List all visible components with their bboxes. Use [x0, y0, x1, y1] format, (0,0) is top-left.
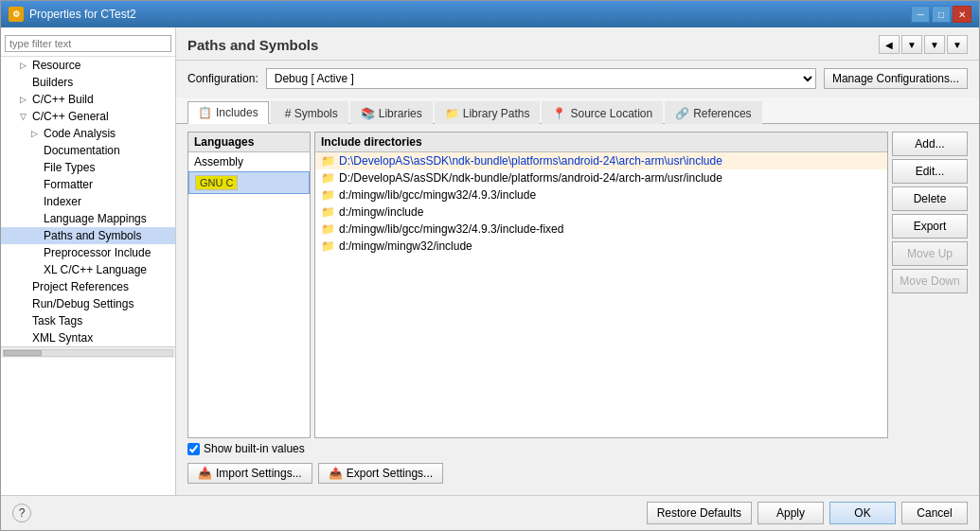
include-path-item[interactable]: 📁d:/mingw/lib/gcc/mingw32/4.9.3/include-…: [315, 221, 887, 238]
include-path-item[interactable]: 📁D:\DevelopAS\asSDK\ndk-bundle\platforms…: [315, 152, 887, 169]
add-button[interactable]: Add...: [892, 132, 968, 156]
tab-label: Includes: [216, 106, 258, 119]
main-header: Paths and Symbols ◀ ▼ ▼ ▼: [176, 27, 979, 61]
tab-references[interactable]: 🔗References: [665, 101, 761, 124]
edit-button[interactable]: Edit...: [892, 159, 968, 184]
sidebar-item-label: Paths and Symbols: [44, 229, 141, 242]
tab-icon: 📁: [445, 107, 459, 120]
move-up-button[interactable]: Move Up: [892, 241, 968, 266]
sidebar-item-label: Task Tags: [32, 314, 82, 327]
sidebar-item-builders[interactable]: Builders: [1, 74, 175, 91]
folder-icon: 📁: [321, 239, 335, 253]
move-down-button[interactable]: Move Down: [892, 269, 968, 293]
minimize-button[interactable]: ─: [911, 6, 930, 23]
sidebar-item-label: Formatter: [44, 178, 93, 191]
sidebar: ▷ResourceBuilders▷C/C++ Build▽C/C++ Gene…: [1, 27, 176, 495]
tree-container: ▷ResourceBuilders▷C/C++ Build▽C/C++ Gene…: [1, 57, 175, 346]
restore-defaults-button[interactable]: Restore Defaults: [647, 502, 752, 524]
forward-button[interactable]: ▼: [901, 35, 922, 54]
title-controls: ─ □ ✕: [911, 6, 971, 23]
include-path: d:/mingw/include: [339, 205, 423, 219]
footer-left: ?: [12, 504, 31, 522]
folder-icon: 📁: [321, 171, 335, 185]
folder-icon: 📁: [321, 205, 335, 219]
sidebar-item-c/c++-build[interactable]: ▷C/C++ Build: [1, 91, 175, 108]
sidebar-item-preprocessor-include[interactable]: Preprocessor Include: [1, 244, 175, 261]
sidebar-item-file-types[interactable]: File Types: [1, 159, 175, 176]
close-button[interactable]: ✕: [953, 6, 971, 23]
tab-library-paths[interactable]: 📁Library Paths: [435, 101, 541, 124]
back-button[interactable]: ◀: [879, 35, 900, 54]
apply-button[interactable]: Apply: [757, 502, 824, 524]
language-item-gnu-c[interactable]: GNU C: [188, 171, 310, 194]
maximize-button[interactable]: □: [932, 6, 951, 23]
tab--symbols[interactable]: # Symbols: [271, 101, 348, 124]
ok-button[interactable]: OK: [829, 502, 896, 524]
sidebar-item-label: Indexer: [44, 195, 81, 208]
language-item-assembly[interactable]: Assembly: [188, 152, 310, 171]
panels-row: Languages AssemblyGNU C Include director…: [187, 132, 968, 438]
sidebar-item-paths-and-symbols[interactable]: Paths and Symbols: [1, 227, 175, 244]
export-icon: 📤: [329, 467, 343, 480]
tab-includes[interactable]: 📋Includes: [187, 101, 269, 124]
sidebar-item-xml-syntax[interactable]: XML Syntax: [1, 329, 175, 346]
scrollbar-thumb: [4, 350, 42, 356]
import-settings-button[interactable]: 📥 Import Settings...: [187, 463, 312, 484]
include-path-item[interactable]: 📁d:/mingw/lib/gcc/mingw32/4.9.3/include: [315, 186, 887, 204]
title-bar-left: ⚙ Properties for CTest2: [9, 7, 136, 22]
header-toolbar: ◀ ▼ ▼ ▼: [879, 35, 968, 54]
include-path-item[interactable]: 📁d:/mingw/include: [315, 204, 887, 221]
include-path-item[interactable]: 📁d:/mingw/mingw32/include: [315, 238, 887, 255]
export-button[interactable]: Export: [892, 214, 968, 239]
tab-label: Library Paths: [463, 107, 530, 120]
delete-button[interactable]: Delete: [892, 186, 968, 211]
main-content: Paths and Symbols ◀ ▼ ▼ ▼ Configuration:…: [176, 27, 979, 495]
dialog-icon: ⚙: [9, 7, 24, 22]
export-settings-button[interactable]: 📤 Export Settings...: [318, 463, 443, 484]
sidebar-item-code-analysis[interactable]: ▷Code Analysis: [1, 125, 175, 142]
include-path-item[interactable]: 📁D:/DevelopAS/asSDK/ndk-bundle/platforms…: [315, 169, 887, 186]
expand-icon: ▽: [20, 112, 29, 121]
sidebar-item-language-mappings[interactable]: Language Mappings: [1, 210, 175, 227]
sidebar-item-label: Resource: [32, 59, 80, 72]
config-label: Configuration:: [187, 72, 258, 85]
sidebar-item-label: Code Analysis: [44, 127, 116, 140]
properties-dialog: ⚙ Properties for CTest2 ─ □ ✕ ▷ResourceB…: [0, 0, 980, 531]
sidebar-item-label: C/C++ Build: [32, 93, 94, 106]
menu-button[interactable]: ▼: [924, 35, 945, 54]
include-path: d:/mingw/lib/gcc/mingw32/4.9.3/include-f…: [339, 222, 563, 236]
cancel-button[interactable]: Cancel: [901, 502, 968, 524]
sidebar-item-xl-c/c++-language[interactable]: XL C/C++ Language: [1, 261, 175, 278]
import-export-row: 📥 Import Settings... 📤 Export Settings..…: [187, 459, 968, 487]
sidebar-item-c/c++-general[interactable]: ▽C/C++ General: [1, 108, 175, 125]
filter-input[interactable]: [5, 35, 171, 52]
sidebar-item-indexer[interactable]: Indexer: [1, 193, 175, 210]
sidebar-item-task-tags[interactable]: Task Tags: [1, 312, 175, 329]
page-title: Paths and Symbols: [187, 37, 318, 53]
filter-box: [1, 31, 175, 57]
sidebar-item-formatter[interactable]: Formatter: [1, 176, 175, 193]
export-label: Export Settings...: [347, 467, 433, 480]
help-icon[interactable]: ?: [12, 504, 31, 522]
show-builtin-checkbox[interactable]: [187, 443, 200, 455]
sidebar-item-label: Project References: [32, 280, 129, 293]
tab-label: Libraries: [379, 107, 422, 120]
folder-icon: 📁: [321, 154, 335, 168]
title-bar: ⚙ Properties for CTest2 ─ □ ✕: [1, 1, 979, 27]
sidebar-item-resource[interactable]: ▷Resource: [1, 57, 175, 74]
more-button[interactable]: ▼: [947, 35, 968, 54]
sidebar-item-label: File Types: [44, 161, 95, 174]
tab-source-location[interactable]: 📍Source Location: [542, 101, 663, 124]
content-area: Languages AssemblyGNU C Include director…: [176, 124, 979, 495]
tabs-row: 📋Includes# Symbols📚Libraries📁Library Pat…: [176, 97, 979, 124]
sidebar-item-label: XML Syntax: [32, 331, 93, 345]
config-row: Configuration: Debug [ Active ] Manage C…: [176, 61, 979, 97]
config-select[interactable]: Debug [ Active ]: [266, 68, 816, 89]
sidebar-item-run/debug-settings[interactable]: Run/Debug Settings: [1, 295, 175, 312]
sidebar-item-documentation[interactable]: Documentation: [1, 142, 175, 159]
tab-libraries[interactable]: 📚Libraries: [350, 101, 433, 124]
language-label: GNU C: [195, 175, 238, 190]
manage-configurations-button[interactable]: Manage Configurations...: [824, 68, 968, 89]
include-path: D:/DevelopAS/asSDK/ndk-bundle/platforms/…: [339, 171, 722, 185]
sidebar-item-project-references[interactable]: Project References: [1, 278, 175, 295]
